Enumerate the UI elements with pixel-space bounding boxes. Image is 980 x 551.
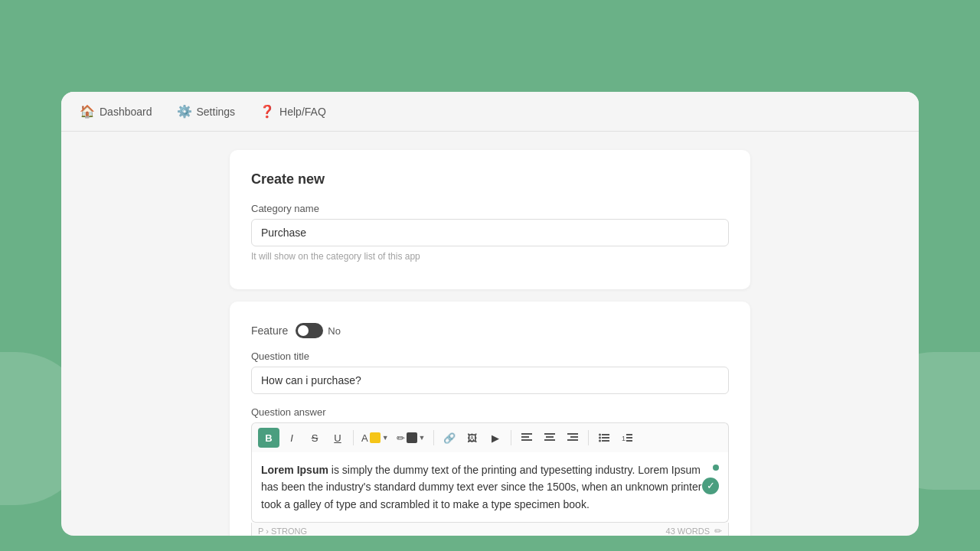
nav-help[interactable]: ❓ Help/FAQ	[260, 104, 326, 119]
svg-rect-17	[626, 437, 632, 439]
gear-icon: ⚙️	[177, 104, 192, 119]
question-title-input[interactable]	[251, 367, 729, 394]
video-button[interactable]: ▶	[485, 428, 506, 448]
main-card: 🏠 Dashboard ⚙️ Settings ❓ Help/FAQ Creat…	[61, 92, 919, 536]
svg-rect-8	[567, 439, 578, 441]
svg-rect-6	[567, 433, 578, 435]
category-name-label: Category name	[251, 203, 729, 214]
svg-rect-16	[626, 434, 632, 435]
editor-body[interactable]: Lorem Ipsum is simply the dummy text of …	[251, 452, 729, 523]
separator-4	[588, 430, 589, 445]
italic-button[interactable]: I	[281, 428, 302, 448]
image-button[interactable]: 🖼	[462, 428, 483, 448]
category-hint: It will show on the category list of thi…	[251, 251, 729, 262]
editor-footer-right: 43 WORDS ✏	[666, 526, 722, 536]
editor-path-text: P › STRONG	[258, 527, 307, 536]
align-right-button[interactable]	[562, 428, 583, 448]
help-icon: ❓	[260, 104, 275, 119]
svg-rect-3	[544, 433, 555, 435]
link-button[interactable]: 🔗	[439, 428, 460, 448]
separator-2	[433, 430, 434, 445]
font-color-icon: A	[361, 432, 368, 444]
editor-dot-indicator	[713, 465, 719, 471]
svg-point-13	[599, 440, 601, 442]
highlight-icon: ✏	[397, 432, 405, 444]
editor-footer: P › STRONG 43 WORDS ✏	[251, 523, 729, 536]
svg-rect-0	[521, 433, 532, 435]
svg-rect-12	[602, 437, 609, 439]
question-card: Feature No Question title Question answe…	[230, 302, 750, 536]
separator-1	[353, 430, 354, 445]
svg-rect-14	[602, 440, 609, 442]
nav-dashboard[interactable]: 🏠 Dashboard	[80, 104, 152, 119]
align-left-button[interactable]	[516, 428, 537, 448]
align-center-button[interactable]	[539, 428, 560, 448]
editor-path: P › STRONG	[258, 527, 307, 536]
question-answer-label: Question answer	[251, 406, 729, 418]
highlight-color-button[interactable]: ✏ ▼	[394, 428, 429, 448]
content-area: Create new Category name It will show on…	[61, 132, 919, 536]
svg-rect-1	[521, 436, 529, 438]
navbar: 🏠 Dashboard ⚙️ Settings ❓ Help/FAQ	[61, 92, 919, 132]
svg-rect-18	[626, 440, 632, 442]
feature-toggle[interactable]: No	[296, 323, 341, 338]
highlight-swatch	[407, 432, 417, 443]
svg-rect-10	[602, 434, 609, 435]
word-count: 43 WORDS	[666, 527, 710, 536]
editor-bold-text: Lorem Ipsum	[261, 464, 328, 476]
category-name-input[interactable]	[251, 219, 729, 246]
font-color-chevron: ▼	[382, 434, 389, 442]
svg-rect-2	[521, 439, 532, 441]
svg-point-11	[599, 437, 601, 439]
nav-help-label: Help/FAQ	[279, 106, 326, 118]
editor-toolbar: B I S U A ▼ ✏ ▼	[251, 422, 729, 452]
strikethrough-button[interactable]: S	[304, 428, 325, 448]
home-icon: 🏠	[80, 104, 95, 119]
svg-rect-5	[544, 439, 555, 441]
ordered-list-button[interactable]: 1.	[616, 428, 638, 448]
edit-icon: ✏	[714, 526, 722, 536]
feature-label: Feature	[251, 324, 288, 337]
font-color-button[interactable]: A ▼	[358, 428, 392, 448]
svg-point-9	[599, 434, 601, 436]
toggle-track	[296, 323, 323, 338]
underline-button[interactable]: U	[327, 428, 348, 448]
bold-button[interactable]: B	[258, 428, 279, 448]
feature-row: Feature No	[251, 323, 729, 338]
toggle-text: No	[328, 325, 341, 337]
editor-check-button[interactable]: ✓	[702, 478, 719, 494]
unordered-list-button[interactable]	[593, 428, 615, 448]
font-color-swatch	[370, 432, 381, 443]
question-title-label: Question title	[251, 350, 729, 362]
nav-settings-label: Settings	[197, 106, 236, 118]
svg-rect-4	[546, 436, 554, 438]
nav-settings[interactable]: ⚙️ Settings	[177, 104, 236, 119]
nav-dashboard-label: Dashboard	[100, 106, 152, 118]
svg-rect-7	[570, 436, 578, 438]
card-title: Create new	[251, 171, 729, 187]
highlight-chevron: ▼	[419, 434, 426, 442]
create-new-card: Create new Category name It will show on…	[230, 150, 750, 289]
separator-3	[511, 430, 511, 445]
